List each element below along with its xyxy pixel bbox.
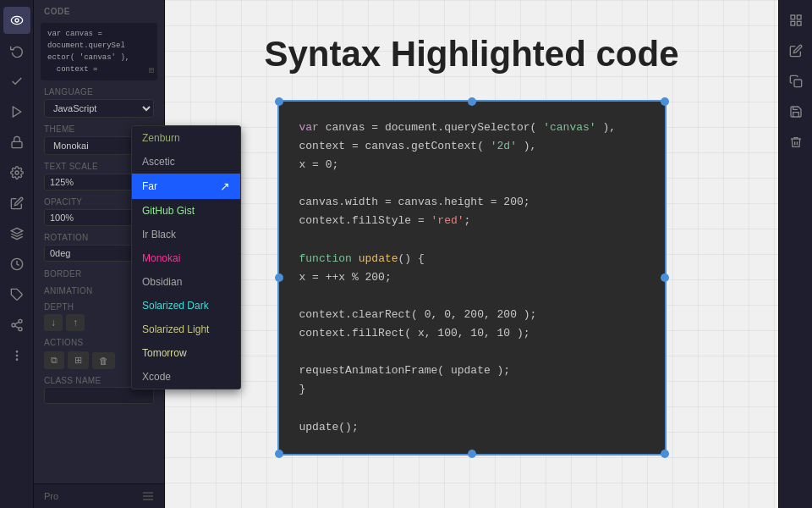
svg-point-1 — [15, 19, 19, 22]
resize-handle-mr[interactable] — [661, 273, 669, 282]
code-line-5: canvas.width = canvas.height = 200; — [299, 193, 645, 212]
svg-rect-23 — [794, 80, 802, 87]
play-button[interactable] — [3, 98, 30, 125]
code-line-17: update(); — [299, 418, 645, 437]
resize-handle-tr[interactable] — [661, 97, 669, 106]
delete-action-button[interactable]: 🗑 — [92, 352, 115, 369]
code-line-14: requestAnimationFrame( update ); — [299, 362, 645, 380]
svg-point-10 — [19, 328, 22, 331]
depth-down-button[interactable]: ↓ — [44, 314, 63, 331]
tag-button[interactable] — [3, 281, 30, 308]
class-name-label: CLASS NAME — [44, 376, 101, 385]
check-button[interactable] — [3, 68, 30, 95]
theme-option-zenburn[interactable]: Zenburn — [132, 126, 240, 150]
svg-rect-21 — [791, 21, 795, 25]
svg-point-14 — [16, 351, 17, 352]
more-button[interactable] — [3, 342, 30, 369]
animation-label: ANIMATION — [44, 286, 93, 295]
copy-action-button[interactable]: ⧉ — [44, 351, 64, 369]
depth-up-button[interactable]: ↑ — [66, 314, 85, 331]
language-row: LANGUAGE JavaScript — [34, 84, 164, 121]
settings-button[interactable] — [3, 159, 30, 186]
theme-option-xcode[interactable]: Xcode — [132, 365, 240, 389]
clock-button[interactable] — [3, 251, 30, 278]
menu-lines-icon — [141, 489, 155, 503]
svg-marker-2 — [13, 107, 20, 117]
pencil-button[interactable] — [3, 190, 30, 217]
main-canvas[interactable]: Syntax Highlighted code var canvas = doc… — [165, 0, 778, 508]
class-name-input[interactable] — [44, 387, 154, 404]
svg-point-8 — [19, 319, 22, 323]
language-select[interactable]: JavaScript — [44, 99, 154, 118]
theme-option-solarized-light[interactable]: Solarized Light — [132, 318, 240, 341]
undo-button[interactable] — [3, 37, 30, 64]
theme-option-far[interactable]: Far ↗ — [132, 174, 240, 199]
code-line-3: x = 0; — [299, 156, 645, 174]
resize-handle-tc[interactable] — [468, 97, 476, 106]
code-preview[interactable]: var canvas = document.querySel ector( 'c… — [41, 23, 157, 80]
code-line-1: var canvas = document.querySelector( 'ca… — [299, 119, 645, 137]
theme-option-obsidian[interactable]: Obsidian — [132, 270, 240, 294]
theme-option-solarized-dark[interactable]: Solarized Dark — [132, 294, 240, 318]
svg-rect-19 — [791, 15, 795, 19]
expand-icon[interactable]: ⊞ — [149, 65, 154, 77]
code-line-9: x = ++x % 200; — [299, 268, 645, 287]
duplicate-action-button[interactable]: ⊞ — [68, 351, 89, 369]
pro-label: Pro — [44, 491, 58, 501]
layers-button[interactable] — [3, 220, 30, 247]
code-line-12: context.fillRect( x, 100, 10, 10 ); — [299, 324, 645, 343]
svg-rect-20 — [797, 15, 801, 19]
theme-dropdown: Zenburn Ascetic Far ↗ GitHub Gist Ir Bla… — [131, 125, 241, 389]
save-right-button[interactable] — [782, 98, 809, 125]
theme-option-ir-black[interactable]: Ir Black — [132, 223, 240, 246]
svg-marker-5 — [11, 228, 22, 234]
theme-option-github-gist[interactable]: GitHub Gist — [132, 199, 240, 223]
svg-point-4 — [15, 171, 19, 174]
theme-option-ascetic[interactable]: Ascetic — [132, 150, 240, 174]
pro-bar: Pro — [34, 483, 165, 508]
code-content: var canvas = document.querySelector( 'ca… — [299, 119, 645, 437]
canvas-title: Syntax Highlighted code — [165, 34, 778, 75]
code-line-11: context.clearRect( 0, 0, 200, 200 ); — [299, 306, 645, 324]
code-line-15: } — [299, 380, 645, 399]
resize-handle-ml[interactable] — [275, 273, 283, 282]
border-label: BORDER — [44, 269, 82, 279]
grid-right-button[interactable] — [782, 7, 809, 34]
svg-point-15 — [16, 359, 17, 360]
svg-point-9 — [12, 323, 15, 327]
code-line-8: function update() { — [299, 250, 645, 268]
pen-right-button[interactable] — [782, 37, 809, 64]
svg-rect-22 — [797, 21, 801, 25]
svg-rect-3 — [12, 141, 22, 147]
eye-button[interactable] — [3, 7, 30, 34]
trash-right-button[interactable] — [782, 129, 809, 156]
copy-right-button[interactable] — [782, 68, 809, 95]
right-panel — [778, 0, 812, 508]
resize-handle-tl[interactable] — [275, 97, 283, 106]
theme-option-tomorrow[interactable]: Tomorrow — [132, 341, 240, 365]
theme-option-monokai[interactable]: Monokai — [132, 246, 240, 270]
code-label: CODE — [34, 0, 164, 19]
svg-point-0 — [11, 16, 22, 24]
svg-line-12 — [14, 322, 19, 324]
lock-button[interactable] — [3, 129, 30, 156]
resize-handle-br[interactable] — [661, 450, 669, 458]
code-block[interactable]: var canvas = document.querySelector( 'ca… — [277, 100, 667, 456]
code-preview-text: var canvas = document.querySel ector( 'c… — [47, 30, 129, 74]
resize-handle-bc[interactable] — [468, 450, 476, 458]
code-line-6: context.fillStyle = 'red'; — [299, 212, 645, 230]
share-button[interactable] — [3, 312, 30, 339]
icon-sidebar — [0, 0, 34, 508]
svg-line-11 — [14, 326, 19, 329]
language-label: LANGUAGE — [44, 87, 154, 97]
svg-point-13 — [16, 355, 17, 356]
resize-handle-bl[interactable] — [275, 450, 283, 458]
code-line-2: context = canvas.getContext( '2d' ), — [299, 137, 645, 156]
